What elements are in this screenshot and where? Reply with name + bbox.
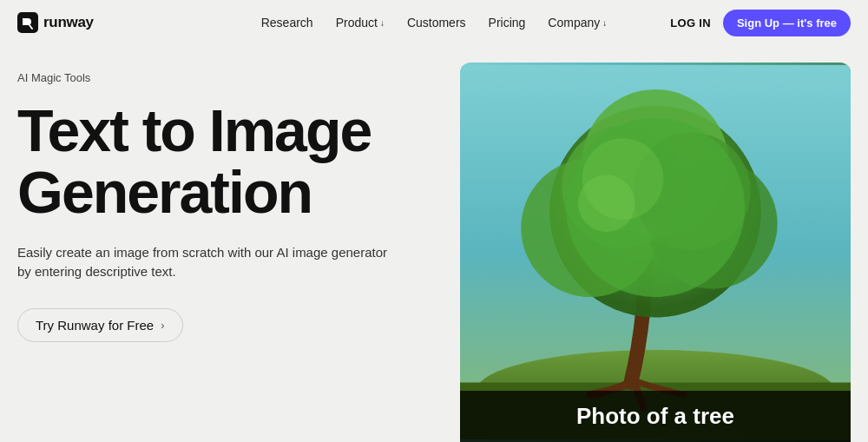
nav-pricing[interactable]: Pricing [489,16,526,30]
navbar: runway Research Product ↓ Customers Pric… [0,0,868,45]
nav-product[interactable]: Product ↓ [336,16,385,30]
nav-research[interactable]: Research [261,16,313,30]
hero-description: Easily create an image from scratch with… [17,243,391,282]
login-button[interactable]: LOG IN [670,16,711,30]
image-caption: Photo of a tree [460,391,851,442]
navbar-left: runway [17,12,94,33]
left-panel: AI Magic Tools Text to Image Generation … [17,63,443,442]
chevron-down-icon: ↓ [602,18,607,28]
navbar-right: LOG IN Sign Up — it's free [670,10,851,36]
breadcrumb: AI Magic Tools [17,71,443,84]
hero-title: Text to Image Generation [17,100,443,224]
runway-logo-icon [17,12,38,33]
chevron-down-icon: ↓ [380,18,385,28]
navbar-center: Research Product ↓ Customers Pricing Com… [261,16,608,30]
logo-link[interactable]: runway [17,12,94,33]
main-content: AI Magic Tools Text to Image Generation … [0,45,868,442]
nav-company[interactable]: Company ↓ [548,16,607,30]
svg-point-12 [578,175,635,232]
logo-text: runway [43,14,94,31]
cta-try-runway-button[interactable]: Try Runway for Free › [17,308,183,342]
hero-image [460,63,851,442]
tree-illustration [460,63,851,442]
signup-button[interactable]: Sign Up — it's free [723,10,851,36]
arrow-right-icon: › [161,319,164,332]
hero-image-panel: Photo of a tree [460,63,851,442]
nav-customers[interactable]: Customers [407,16,466,30]
